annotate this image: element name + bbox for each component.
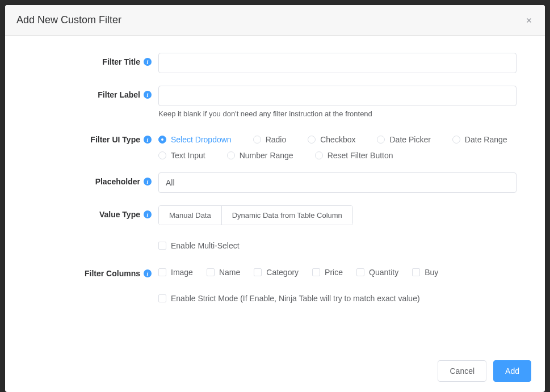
checkbox-icon bbox=[254, 268, 262, 276]
checkbox-column-category[interactable]: Category bbox=[254, 268, 299, 277]
checkbox-column-price[interactable]: Price bbox=[312, 268, 343, 277]
value-type-manual[interactable]: Manual Data bbox=[159, 206, 221, 225]
placeholder-input[interactable] bbox=[158, 172, 517, 193]
add-custom-filter-modal: Add New Custom Filter Filter Title i Fil… bbox=[5, 5, 545, 392]
filter-title-input[interactable] bbox=[158, 53, 517, 73]
add-button[interactable]: Add bbox=[493, 360, 531, 382]
info-icon[interactable]: i bbox=[144, 178, 152, 186]
radio-date-picker[interactable]: Date Picker bbox=[377, 135, 430, 144]
cancel-button[interactable]: Cancel bbox=[438, 360, 486, 382]
radio-text-input[interactable]: Text Input bbox=[158, 151, 205, 160]
row-value-type: Value Type i Manual Data Dynamic Data fr… bbox=[28, 205, 522, 225]
checkbox-icon bbox=[412, 268, 420, 276]
radio-select-dropdown[interactable]: Select Dropdown bbox=[158, 135, 232, 144]
info-icon[interactable]: i bbox=[144, 136, 152, 144]
filter-columns-group: Image Name Category Price bbox=[158, 264, 517, 277]
checkbox-icon bbox=[158, 242, 166, 250]
row-filter-ui-type: Filter UI Type i Select Dropdown Radio bbox=[28, 130, 522, 160]
row-strict-mode: Enable Strict Mode (If Enable, Ninja Tab… bbox=[28, 290, 522, 305]
info-icon[interactable]: i bbox=[144, 269, 152, 277]
checkbox-icon bbox=[158, 294, 166, 302]
modal-body: Filter Title i Filter Label i Keep it bl… bbox=[5, 36, 545, 352]
checkbox-icon bbox=[158, 268, 166, 276]
info-icon[interactable]: i bbox=[144, 58, 152, 66]
row-filter-title: Filter Title i bbox=[28, 53, 522, 73]
checkbox-enable-strict-mode[interactable]: Enable Strict Mode (If Enable, Ninja Tab… bbox=[158, 294, 420, 303]
checkbox-icon bbox=[356, 268, 364, 276]
radio-dot-icon bbox=[227, 151, 235, 159]
radio-dot-icon bbox=[315, 151, 323, 159]
row-placeholder: Placeholder i bbox=[28, 172, 522, 193]
checkbox-column-quantity[interactable]: Quantity bbox=[356, 268, 398, 277]
radio-dot-icon bbox=[158, 136, 166, 144]
checkbox-icon bbox=[312, 268, 320, 276]
label-filter-label: Filter Label i bbox=[28, 86, 158, 99]
radio-date-range[interactable]: Date Range bbox=[452, 135, 507, 144]
radio-reset-filter-button[interactable]: Reset Filter Button bbox=[315, 151, 393, 160]
info-icon[interactable]: i bbox=[144, 91, 152, 99]
info-icon[interactable]: i bbox=[144, 210, 152, 218]
row-filter-label: Filter Label i Keep it blank if you don'… bbox=[28, 86, 522, 118]
checkbox-column-image[interactable]: Image bbox=[158, 268, 193, 277]
checkbox-enable-multi-select[interactable]: Enable Multi-Select bbox=[158, 241, 240, 250]
close-button[interactable] bbox=[524, 16, 534, 25]
close-icon bbox=[525, 16, 533, 24]
row-filter-columns: Filter Columns i Image Name Category bbox=[28, 264, 522, 278]
radio-dot-icon bbox=[377, 136, 385, 144]
radio-dot-icon bbox=[308, 136, 316, 144]
checkbox-column-buy[interactable]: Buy bbox=[412, 268, 438, 277]
ui-type-radio-group: Select Dropdown Radio Checkbox Date Pick… bbox=[158, 130, 517, 160]
radio-checkbox[interactable]: Checkbox bbox=[308, 135, 355, 144]
label-filter-title: Filter Title i bbox=[28, 53, 158, 66]
filter-label-helper: Keep it blank if you don't need any filt… bbox=[158, 109, 517, 118]
modal-header: Add New Custom Filter bbox=[5, 5, 545, 36]
checkbox-icon bbox=[207, 268, 215, 276]
radio-radio[interactable]: Radio bbox=[253, 135, 287, 144]
modal-footer: Cancel Add bbox=[5, 352, 545, 392]
radio-dot-icon bbox=[452, 136, 460, 144]
value-type-dynamic[interactable]: Dynamic Data from Table Column bbox=[221, 206, 352, 225]
radio-dot-icon bbox=[253, 136, 261, 144]
label-filter-columns: Filter Columns i bbox=[28, 264, 158, 278]
label-filter-ui-type: Filter UI Type i bbox=[28, 130, 158, 144]
label-value-type: Value Type i bbox=[28, 205, 158, 219]
radio-number-range[interactable]: Number Range bbox=[227, 151, 293, 160]
filter-label-input[interactable] bbox=[158, 86, 517, 106]
label-placeholder: Placeholder i bbox=[28, 172, 158, 186]
modal-title: Add New Custom Filter bbox=[16, 14, 121, 26]
checkbox-column-name[interactable]: Name bbox=[207, 268, 240, 277]
row-multi-select: Enable Multi-Select bbox=[28, 238, 522, 252]
value-type-button-group: Manual Data Dynamic Data from Table Colu… bbox=[158, 205, 353, 225]
radio-dot-icon bbox=[158, 151, 166, 159]
